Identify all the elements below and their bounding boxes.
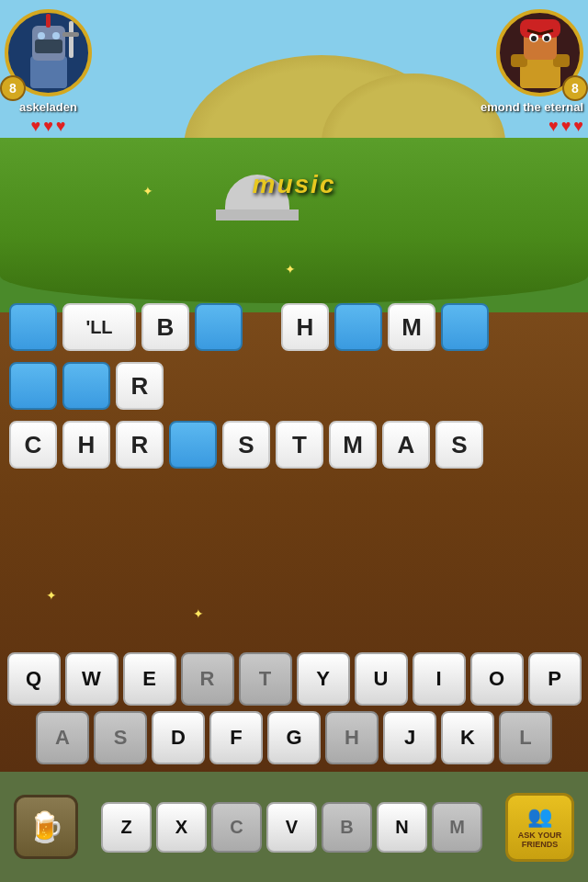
tile-r1-6 [334, 303, 382, 351]
key-P[interactable]: P [528, 652, 582, 706]
svg-point-4 [52, 32, 60, 40]
key-I[interactable]: I [413, 652, 466, 706]
ask-friends-label: ASK YOURFRIENDS [518, 831, 561, 850]
tile-r3-5: S [222, 421, 270, 469]
key-G[interactable]: G [267, 711, 321, 764]
tile-r3-3: R [116, 421, 164, 469]
player-name-right: emond the eternal [481, 100, 583, 114]
heart-1: ♥ [30, 117, 40, 136]
tile-r1-4 [195, 303, 243, 351]
tile-r3-7: M [329, 421, 377, 469]
key-Z[interactable]: Z [101, 802, 152, 853]
key-E[interactable]: E [123, 652, 176, 706]
svg-rect-2 [35, 40, 62, 53]
tile-r1-3: B [141, 303, 189, 351]
key-O[interactable]: O [470, 652, 524, 706]
key-T[interactable]: T [239, 652, 292, 706]
tile-r2-2 [62, 362, 110, 410]
key-K[interactable]: K [441, 711, 494, 764]
svg-point-15 [531, 36, 537, 41]
key-A[interactable]: A [36, 711, 89, 764]
puzzle-row-3: C H R S T M A S [9, 421, 579, 469]
keyboard-row-2: A S D F G H J K L [5, 711, 583, 764]
player-left: 8 askeladen ♥ ♥ ♥ [5, 9, 92, 136]
key-M[interactable]: M [432, 802, 482, 853]
heart-r1: ♥ [548, 117, 559, 136]
key-X[interactable]: X [156, 802, 207, 853]
key-L[interactable]: L [499, 711, 552, 764]
key-U[interactable]: U [355, 652, 408, 706]
keyboard: Q W E R T Y U I O P A S D F G H J K L [0, 652, 588, 770]
heart-r2: ♥ [561, 117, 571, 136]
svg-rect-5 [46, 14, 51, 28]
bottom-action-bar: 🍺 Z X C V B N M 👥 ASK YOURFRIENDS [0, 772, 588, 882]
heart-r3: ♥ [573, 117, 583, 136]
tile-r2-1 [9, 362, 57, 410]
hearts-right: ♥ ♥ ♥ [548, 117, 583, 136]
level-badge-right: 8 [562, 75, 588, 101]
avatar-right-container: 8 [496, 9, 583, 96]
word-puzzle-area: 'LL B H M R C H R S T M A S [9, 303, 579, 480]
tile-r3-6: T [276, 421, 323, 469]
key-B[interactable]: B [322, 802, 372, 853]
key-H[interactable]: H [325, 711, 379, 764]
key-V[interactable]: V [266, 802, 317, 853]
tile-r1-8 [441, 303, 489, 351]
friends-icon: 👥 [527, 805, 552, 829]
key-Y[interactable]: Y [297, 652, 350, 706]
key-S[interactable]: S [94, 711, 147, 764]
tombstone-base [216, 209, 299, 220]
tile-r1-1 [9, 303, 57, 351]
menu-icon: 🍺 [28, 809, 64, 844]
svg-rect-6 [69, 21, 74, 58]
svg-rect-7 [62, 32, 79, 37]
svg-rect-0 [30, 56, 67, 88]
tile-r1-space [248, 303, 276, 351]
puzzle-row-1: 'LL B H M [9, 303, 579, 351]
hearts-left: ♥ ♥ ♥ [30, 117, 65, 136]
menu-button[interactable]: 🍺 [14, 795, 78, 859]
svg-point-3 [38, 32, 45, 40]
heart-2: ♥ [43, 117, 53, 136]
key-C[interactable]: C [211, 802, 262, 853]
key-D[interactable]: D [152, 711, 205, 764]
svg-rect-12 [520, 19, 560, 38]
avatar-left-container: 8 [5, 9, 92, 96]
keyboard-row-1: Q W E R T Y U I O P [5, 652, 583, 706]
tile-r1-7: M [388, 303, 435, 351]
tile-r2-3: R [116, 362, 164, 410]
tile-r1-5: H [281, 303, 329, 351]
key-R[interactable]: R [181, 652, 234, 706]
keyboard-row-3: Z X C V B N M [101, 802, 482, 853]
key-F[interactable]: F [209, 711, 263, 764]
category-label: music [253, 170, 336, 199]
tile-r3-4 [169, 421, 217, 469]
key-N[interactable]: N [377, 802, 427, 853]
heart-3: ♥ [56, 117, 66, 136]
tile-r1-2: 'LL [62, 303, 136, 351]
key-W[interactable]: W [65, 652, 119, 706]
ask-friends-button[interactable]: 👥 ASK YOURFRIENDS [505, 793, 574, 862]
player-name-left: askeladen [19, 100, 77, 114]
tile-r3-2: H [62, 421, 110, 469]
key-J[interactable]: J [383, 711, 436, 764]
tile-r3-8: A [382, 421, 430, 469]
tile-r3-1: C [9, 421, 57, 469]
puzzle-row-2: R [9, 362, 579, 410]
svg-point-16 [544, 36, 549, 41]
player-right: 8 emond the eternal ♥ ♥ ♥ [481, 9, 583, 136]
key-Q[interactable]: Q [7, 652, 61, 706]
tile-r3-9: S [435, 421, 483, 469]
level-badge-left: 8 [0, 75, 26, 101]
